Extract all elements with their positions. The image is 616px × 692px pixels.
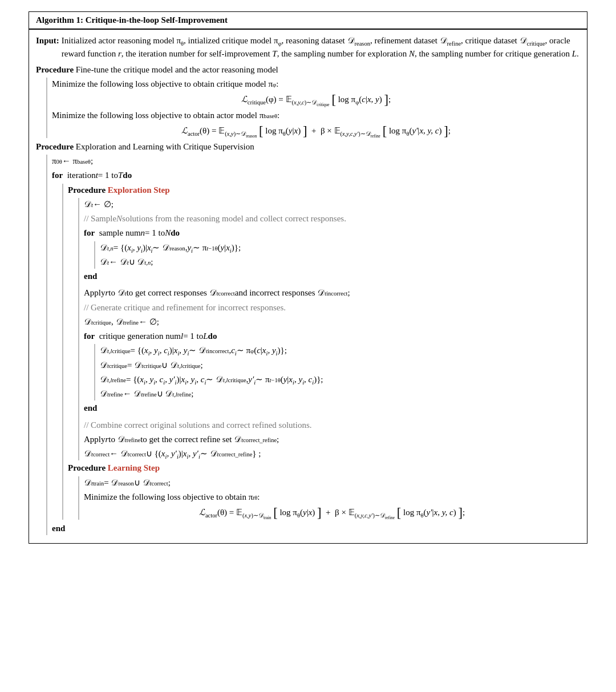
minimize-actor-label: Minimize the following loss objective to… [52, 109, 580, 122]
algorithm-body: Input: Initialized actor reasoning model… [29, 30, 587, 543]
minimize-critique-label: Minimize the following loss objective to… [52, 78, 580, 91]
dref-union: 𝒟trefine ← 𝒟trefine ∪ 𝒟t,lrefine; [100, 387, 580, 400]
for-iteration-header: for iteration t = 1 to T do [52, 169, 580, 182]
learning-step-body: 𝒟ttrain = 𝒟reason ∪ 𝒟tcorrect; Minimize … [78, 476, 580, 520]
dreftl-def: 𝒟t,lrefine = {(xi, yi, ci, y′i)|xi, yi, … [100, 373, 580, 386]
for-sample-body: 𝒟t,n = {(xi, yi)|xi ∼ 𝒟reason, yi ∼ πt−1… [94, 241, 580, 269]
for-critique-end: end [84, 402, 580, 415]
for-critique-body: 𝒟t,lcritique = {(xi, yi, ci)|xi, yi ∼ 𝒟t… [94, 344, 580, 400]
comment-combine: // Combine correct original solutions an… [84, 419, 580, 432]
critique-loss-formula: ℒcritique(φ) = 𝔼(x,y,c)∼𝒟critique [ log … [52, 93, 580, 107]
comment-generate: // Generate critique and refinement for … [84, 301, 580, 314]
pi-init: π0θ ← πbaseθ; [52, 155, 580, 168]
dtn-def: 𝒟t,n = {(xi, yi)|xi ∼ 𝒟reason, yi ∼ πt−1… [100, 241, 580, 254]
finetune-body: Minimize the following loss objective to… [46, 78, 580, 138]
for-sample-header: for sample num n = 1 to N do [84, 226, 580, 240]
dcrittl-def: 𝒟t,lcritique = {(xi, yi, ci)|xi, yi ∼ 𝒟t… [100, 344, 580, 357]
iteration-body: Procedure Exploration Step 𝒟t ← ∅; // Sa… [62, 184, 580, 520]
for-critique-header: for critique generation num l = 1 to L d… [84, 330, 580, 343]
input-content: Initialized actor reasoning model πθ, in… [62, 34, 580, 61]
dcorrect-update: 𝒟tcorrect ← 𝒟tcorrect ∪ {(xi, y′i)|xi, y… [84, 447, 580, 460]
procedure-finetune-header: Procedure Fine-tune the critique model a… [36, 63, 580, 76]
input-label: Input: [36, 34, 59, 47]
dcrit-union: 𝒟tcritique = 𝒟tcritique ∪ 𝒟t,lcritique; [100, 359, 580, 372]
dcritique-drefine-init: 𝒟tcritique, 𝒟trefine ← ∅; [84, 315, 580, 329]
algorithm-number: Algorithm 1: [36, 15, 83, 25]
algorithm-box: Algorithm 1: Critique-in-the-loop Self-I… [29, 11, 587, 544]
input-block: Input: Initialized actor reasoning model… [36, 34, 580, 61]
dt-init: 𝒟t ← ∅; [84, 198, 580, 211]
procedure-finetune: Procedure Fine-tune the critique model a… [36, 63, 580, 138]
dtrain-def: 𝒟ttrain = 𝒟reason ∪ 𝒟tcorrect; [84, 476, 580, 489]
procedure-exploration-header: Procedure Exploration and Learning with … [36, 140, 580, 153]
actor-loss-formula: ℒactor(θ) = 𝔼(x,y)∼𝒟reason [ log πθ(y|x)… [52, 124, 580, 138]
learning-loss-formula: ℒactor(θ) = 𝔼(x,y)∼𝒟train [ log πθ(y|x) … [84, 506, 580, 520]
algorithm-title: Critique-in-the-loop Self-Improvement [86, 15, 228, 25]
procedure-exploration-learning: Procedure Exploration and Learning with … [36, 140, 580, 535]
algorithm-header: Algorithm 1: Critique-in-the-loop Self-I… [29, 12, 587, 30]
learning-step-header: Procedure Learning Step [68, 462, 580, 475]
exploration-body: π0θ ← πbaseθ; for iteration t = 1 to T d… [46, 155, 580, 535]
exploration-step-header: Procedure Exploration Step [68, 184, 580, 197]
dt-union: 𝒟t ← 𝒟t ∪ 𝒟t,n; [100, 256, 580, 269]
comment-sample: // Sample N solutions from the reasoning… [84, 212, 580, 225]
minimize-learning-label: Minimize the following loss objective to… [84, 491, 580, 504]
apply-r-refine: Apply r to 𝒟trefine to get the correct r… [84, 433, 580, 446]
for-iteration-end: end [52, 522, 580, 535]
for-sample-end: end [84, 270, 580, 283]
apply-r: Apply r to 𝒟t to get correct responses 𝒟… [84, 286, 580, 300]
exploration-step-body: 𝒟t ← ∅; // Sample N solutions from the r… [78, 198, 580, 461]
